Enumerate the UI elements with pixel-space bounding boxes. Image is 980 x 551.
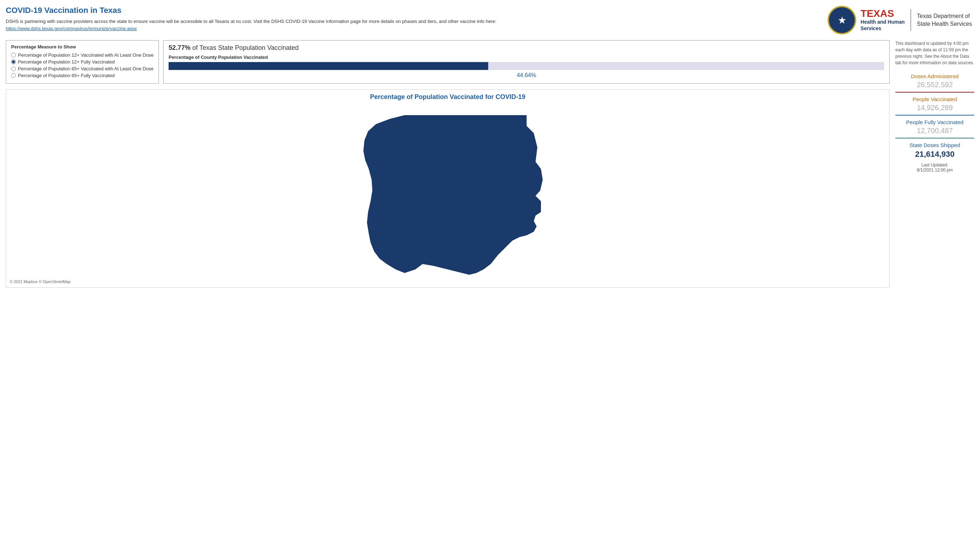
radio-input-2[interactable] bbox=[11, 59, 16, 64]
right-panel: This dashboard is updated by 4:00 pm eac… bbox=[895, 40, 974, 288]
page-wrapper: COVID-19 Vaccination in Texas DSHS is pa… bbox=[0, 0, 980, 551]
people-fully-vaccinated-label: People Fully Vaccinated bbox=[895, 119, 974, 125]
progress-bar-container bbox=[169, 62, 884, 70]
header-left: COVID-19 Vaccination in Texas DSHS is pa… bbox=[6, 6, 496, 32]
people-fully-vaccinated-value: 12,700,487 bbox=[895, 127, 974, 135]
stat-divider-3 bbox=[895, 138, 974, 139]
people-fully-vaccinated-section: People Fully Vaccinated 12,700,487 bbox=[895, 119, 974, 139]
people-vaccinated-section: People Vaccinated 14,926,289 bbox=[895, 96, 974, 116]
page-title: COVID-19 Vaccination in Texas bbox=[6, 6, 496, 15]
map-copyright: © 2021 Mapbox © OpenStreetMap bbox=[10, 279, 886, 284]
state-doses-shipped-section: State Doses Shipped 21,614,930 bbox=[895, 142, 974, 159]
county-label: Percentage of County Population Vaccinat… bbox=[169, 54, 884, 60]
radio-label-3: Percentage of Population 65+ Vaccinated … bbox=[18, 66, 154, 72]
texas-shape bbox=[363, 115, 543, 275]
radio-option-1[interactable]: Percentage of Population 12+ Vaccinated … bbox=[11, 53, 154, 58]
last-updated-label: Last Updated: bbox=[921, 162, 948, 167]
texas-subtitle: Health and HumanServices bbox=[861, 19, 905, 32]
radio-input-1[interactable] bbox=[11, 53, 16, 57]
header-right: ★ TEXAS Health and HumanServices Texas D… bbox=[827, 6, 974, 34]
progress-bar-fill bbox=[169, 62, 488, 70]
map-title: Percentage of Population Vaccinated for … bbox=[10, 93, 886, 101]
measure-box: Percentage Measure to Show Percentage of… bbox=[6, 40, 159, 84]
main-content: Percentage Measure to Show Percentage of… bbox=[6, 40, 974, 288]
radio-label-4: Percentage of Population 65+ Fully Vacci… bbox=[18, 73, 115, 78]
map-area bbox=[10, 104, 886, 277]
county-pct-label: 44.64% bbox=[169, 72, 884, 79]
radio-label-2: Percentage of Population 12+ Fully Vacci… bbox=[18, 59, 115, 65]
star-icon: ★ bbox=[838, 14, 846, 26]
header: COVID-19 Vaccination in Texas DSHS is pa… bbox=[6, 6, 974, 34]
controls-row: Percentage Measure to Show Percentage of… bbox=[6, 40, 889, 84]
update-note: This dashboard is updated by 4:00 pm eac… bbox=[895, 40, 974, 66]
radio-input-3[interactable] bbox=[11, 66, 16, 71]
dshs-link[interactable]: https://www.dshs.texas.gov/coronavirus/i… bbox=[6, 26, 137, 31]
doses-administered-value: 26,552,592 bbox=[895, 81, 974, 89]
people-vaccinated-label: People Vaccinated bbox=[895, 96, 974, 102]
doses-administered-label: Doses Administered bbox=[895, 73, 974, 79]
state-pct-box: 52.77% of Texas State Population Vaccina… bbox=[163, 40, 889, 84]
texas-map-svg bbox=[340, 104, 555, 277]
people-vaccinated-value: 14,926,289 bbox=[895, 104, 974, 112]
dept-name: Texas Department of State Health Service… bbox=[917, 12, 974, 28]
measure-title: Percentage Measure to Show bbox=[11, 44, 154, 49]
texas-logo: ★ bbox=[827, 6, 856, 34]
logo-container: ★ TEXAS Health and HumanServices bbox=[827, 6, 905, 34]
doses-administered-section: Doses Administered 26,552,592 bbox=[895, 73, 974, 92]
texas-brand: TEXAS Health and HumanServices bbox=[861, 9, 905, 32]
radio-option-3[interactable]: Percentage of Population 65+ Vaccinated … bbox=[11, 66, 154, 72]
header-description: DSHS is partnering with vaccine provider… bbox=[6, 18, 496, 32]
state-doses-shipped-label: State Doses Shipped bbox=[895, 142, 974, 148]
brand-divider bbox=[910, 10, 911, 31]
state-doses-shipped-value: 21,614,930 bbox=[895, 150, 974, 159]
radio-option-2[interactable]: Percentage of Population 12+ Fully Vacci… bbox=[11, 59, 154, 65]
texas-title: TEXAS bbox=[861, 9, 905, 19]
state-pct-value: 52.77% bbox=[169, 44, 191, 51]
last-updated-value: 8/1/2021 12:00 pm bbox=[917, 167, 953, 172]
stat-divider-2 bbox=[895, 115, 974, 116]
state-pct-text: 52.77% of Texas State Population Vaccina… bbox=[169, 44, 884, 52]
left-panel: Percentage Measure to Show Percentage of… bbox=[6, 40, 889, 288]
state-pct-label: of Texas State Population Vaccinated bbox=[192, 44, 299, 51]
map-section: Percentage of Population Vaccinated for … bbox=[6, 89, 889, 288]
radio-option-4[interactable]: Percentage of Population 65+ Fully Vacci… bbox=[11, 73, 154, 78]
radio-label-1: Percentage of Population 12+ Vaccinated … bbox=[18, 53, 154, 58]
last-updated: Last Updated: 8/1/2021 12:00 pm bbox=[895, 162, 974, 172]
stat-divider-1 bbox=[895, 92, 974, 92]
radio-input-4[interactable] bbox=[11, 73, 16, 78]
